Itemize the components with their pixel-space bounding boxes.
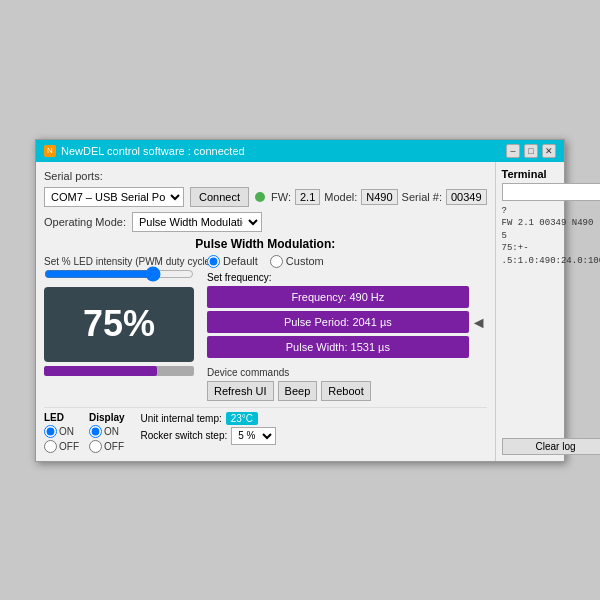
led-group-label: LED xyxy=(44,412,79,423)
cmd-buttons-row: Refresh UI Beep Reboot xyxy=(207,381,487,401)
terminal-line-2: FW 2.1 00349 N490 xyxy=(502,217,600,230)
pulse-width-button[interactable]: Pulse Width: 1531 µs xyxy=(207,336,469,358)
display-on-radio[interactable] xyxy=(89,425,102,438)
serial-port-select[interactable]: COM7 – USB Serial Port (COM7) xyxy=(44,187,184,207)
default-radio[interactable] xyxy=(207,255,220,268)
led-off-row: OFF xyxy=(44,440,79,453)
custom-radio-label[interactable]: Custom xyxy=(270,255,324,268)
temp-value: 23°C xyxy=(226,412,258,425)
terminal-line-4: 75:+-.5:1.0:490:24.0:100:100 xyxy=(502,242,600,267)
radio-row: Default Custom xyxy=(207,255,487,268)
pwm-progress-container xyxy=(44,366,194,376)
close-button[interactable]: ✕ xyxy=(542,144,556,158)
terminal-panel: Terminal Send ? FW 2.1 00349 N490 5 75:+… xyxy=(496,162,600,461)
slider-container xyxy=(44,267,194,283)
model-label: Model: xyxy=(324,191,357,203)
display-group: Display ON OFF xyxy=(89,412,125,453)
reboot-button[interactable]: Reboot xyxy=(321,381,370,401)
device-commands-section: Device commands Refresh UI Beep Reboot xyxy=(207,367,487,401)
rocker-select[interactable]: 5 % xyxy=(231,427,276,445)
set-frequency-label: Set frequency: xyxy=(207,272,487,283)
terminal-input[interactable] xyxy=(502,183,600,201)
connect-button[interactable]: Connect xyxy=(190,187,249,207)
led-display-group: LED ON OFF xyxy=(44,412,125,453)
maximize-button[interactable]: □ xyxy=(524,144,538,158)
display-off-row: OFF xyxy=(89,440,125,453)
internal-temp-label: Unit internal temp: xyxy=(141,413,222,424)
fw-label: FW: xyxy=(271,191,291,203)
serial-ports-label: Serial ports: xyxy=(44,170,103,182)
default-radio-label[interactable]: Default xyxy=(207,255,258,268)
content-row: Set % LED intensity (PWM duty cycle): 75… xyxy=(44,255,487,401)
main-window: N NewDEL control software : connected – … xyxy=(35,139,565,462)
serial-num-label: Serial #: xyxy=(402,191,442,203)
pwm-section-title: Pulse Width Modulation: xyxy=(44,237,487,251)
main-panel: Serial ports: COM7 – USB Serial Port (CO… xyxy=(36,162,496,461)
led-group: LED ON OFF xyxy=(44,412,79,453)
custom-radio[interactable] xyxy=(270,255,283,268)
display-on-row: ON xyxy=(89,425,125,438)
led-on-radio[interactable] xyxy=(44,425,57,438)
freq-button-row: Frequency: 490 Hz Pulse Period: 2041 µs … xyxy=(207,286,487,361)
terminal-input-row: Send xyxy=(502,183,600,201)
window-body: Serial ports: COM7 – USB Serial Port (CO… xyxy=(36,162,564,461)
clear-log-button[interactable]: Clear log xyxy=(502,438,600,455)
led-on-row: ON xyxy=(44,425,79,438)
serial-controls-row: COM7 – USB Serial Port (COM7) Connect FW… xyxy=(44,187,487,207)
freq-buttons-wrapper: Default Custom Set frequency: Frequency:… xyxy=(207,255,487,401)
fw-value: 2.1 xyxy=(295,189,320,205)
terminal-output: ? FW 2.1 00349 N490 5 75:+-.5:1.0:490:24… xyxy=(502,205,600,434)
title-bar-left: N NewDEL control software : connected xyxy=(44,145,245,157)
operating-mode-row: Operating Mode: Pulse Width Modulation xyxy=(44,212,487,232)
operating-mode-label: Operating Mode: xyxy=(44,216,126,228)
device-commands-label: Device commands xyxy=(207,367,487,378)
temp-row: Unit internal temp: 23°C xyxy=(141,412,277,425)
serial-row: Serial ports: xyxy=(44,170,487,182)
display-group-label: Display xyxy=(89,412,125,423)
display-off-radio[interactable] xyxy=(89,440,102,453)
rocker-row: Rocker switch step: 5 % xyxy=(141,427,277,445)
intensity-slider[interactable] xyxy=(44,267,194,281)
terminal-line-1: ? xyxy=(502,205,600,218)
title-bar: N NewDEL control software : connected – … xyxy=(36,140,564,162)
pwm-percent-value: 75% xyxy=(83,306,155,342)
app-icon: N xyxy=(44,145,56,157)
minimize-button[interactable]: – xyxy=(506,144,520,158)
pwm-progress-bar xyxy=(44,366,157,376)
operating-mode-select[interactable]: Pulse Width Modulation xyxy=(132,212,262,232)
pulse-period-button[interactable]: Pulse Period: 2041 µs xyxy=(207,311,469,333)
serial-num-value: 00349 xyxy=(446,189,487,205)
rocker-label: Rocker switch step: xyxy=(141,430,228,441)
model-value: N490 xyxy=(361,189,397,205)
led-off-radio[interactable] xyxy=(44,440,57,453)
refresh-ui-button[interactable]: Refresh UI xyxy=(207,381,274,401)
arrow-indicator: ◄ xyxy=(471,314,487,332)
pwm-display: 75% xyxy=(44,287,194,362)
bottom-row: LED ON OFF xyxy=(44,407,487,453)
left-content: Set % LED intensity (PWM duty cycle): 75… xyxy=(44,255,199,401)
terminal-line-3: 5 xyxy=(502,230,600,243)
freq-button-group: Frequency: 490 Hz Pulse Period: 2041 µs … xyxy=(207,286,469,361)
terminal-label: Terminal xyxy=(502,168,600,180)
title-controls: – □ ✕ xyxy=(506,144,556,158)
window-title: NewDEL control software : connected xyxy=(61,145,245,157)
fw-info: FW: 2.1 Model: N490 Serial #: 00349 xyxy=(271,189,487,205)
temp-info: Unit internal temp: 23°C Rocker switch s… xyxy=(141,412,277,445)
beep-button[interactable]: Beep xyxy=(278,381,318,401)
frequency-button[interactable]: Frequency: 490 Hz xyxy=(207,286,469,308)
connection-indicator xyxy=(255,192,265,202)
